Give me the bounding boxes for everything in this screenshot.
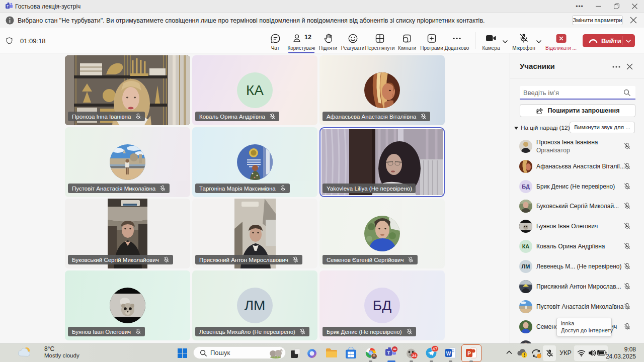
svg-text:T: T: [7, 5, 9, 8]
svg-text:P: P: [467, 351, 471, 356]
svg-text:24: 24: [412, 353, 417, 358]
svg-text:W: W: [446, 351, 451, 356]
svg-text:T: T: [387, 350, 390, 355]
